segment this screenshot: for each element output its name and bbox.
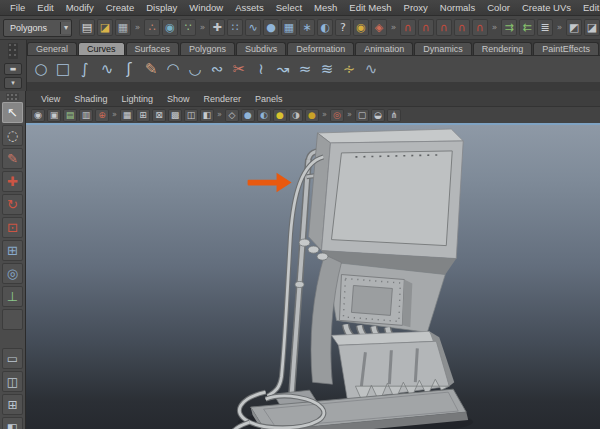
nurbs-square-icon[interactable]: □ — [52, 58, 74, 80]
panel-toolbar-separator[interactable]: » — [346, 109, 353, 122]
select-rendering-mask-icon[interactable]: ◐ — [317, 19, 333, 36]
shelf-tabs-toggle-button[interactable]: ▬ — [4, 63, 22, 75]
shelf-tab-animation[interactable]: Animation — [355, 42, 413, 55]
move-tool[interactable]: ✚ — [2, 171, 23, 192]
menu-item[interactable]: Display — [140, 2, 183, 13]
lock-camera-icon[interactable]: ◉ — [31, 109, 45, 122]
menu-item[interactable]: Create UVs — [516, 2, 577, 13]
construction-history-icon[interactable]: ≣ — [537, 19, 553, 36]
isolate-select-icon[interactable]: ◎ — [330, 109, 344, 122]
shelf-grip[interactable] — [8, 43, 18, 59]
menu-item[interactable]: Proxy — [398, 2, 434, 13]
scale-tool[interactable]: ⊡ — [2, 217, 23, 238]
menu-item[interactable]: Edit UVs — [577, 2, 600, 13]
image-plane-icon[interactable]: ▥ — [79, 109, 93, 122]
menu-item[interactable]: File — [4, 2, 31, 13]
shelf-tab-curves[interactable]: Curves — [78, 42, 125, 55]
attach-curves-icon[interactable]: ∾ — [206, 58, 228, 80]
soft-modification-tool[interactable]: ◎ — [2, 263, 23, 284]
panel-menu-item[interactable]: Show — [160, 94, 197, 104]
bookmarks-icon[interactable]: ▤ — [63, 109, 77, 122]
menu-item[interactable]: Window — [183, 2, 229, 13]
field-chart-icon[interactable]: ▩ — [168, 109, 182, 122]
select-deformations-mask-icon[interactable]: ▦ — [281, 19, 297, 36]
curve-fillet-icon[interactable]: ∻ — [338, 58, 360, 80]
film-gate-icon[interactable]: ▦ — [120, 109, 134, 122]
shelf-tab-deformation[interactable]: Deformation — [287, 42, 354, 55]
panel-menu-item[interactable]: Shading — [67, 94, 114, 104]
four-pane-layout-button[interactable]: ⊞ — [2, 394, 23, 415]
bezier-curve-tool-icon[interactable]: ʃ — [118, 58, 140, 80]
open-scene-icon[interactable]: ◪ — [97, 19, 113, 36]
panel-toolbar-separator[interactable]: » — [321, 109, 328, 122]
extend-curve-icon[interactable]: ↝ — [272, 58, 294, 80]
menu-item[interactable]: Edit Mesh — [343, 2, 397, 13]
camera-attributes-icon[interactable]: ▣ — [47, 109, 61, 122]
select-by-hierarchy-icon[interactable]: ∴ — [144, 19, 160, 36]
ep-curve-tool-icon[interactable]: ∿ — [96, 58, 118, 80]
make-object-live-icon[interactable]: ∩ — [472, 19, 488, 36]
detach-curves-icon[interactable]: ✂ — [228, 58, 250, 80]
resolution-gate-icon[interactable]: ⊞ — [136, 109, 150, 122]
two-point-arc-icon[interactable]: ◡ — [184, 58, 206, 80]
shelf-tab-surfaces[interactable]: Surfaces — [126, 42, 180, 55]
single-pane-layout-button[interactable]: ▭ — [2, 348, 23, 369]
safe-action-icon[interactable]: ◫ — [184, 109, 198, 122]
machine-model[interactable] — [231, 129, 468, 429]
snap-to-points-icon[interactable]: ∩ — [436, 19, 452, 36]
panel-menu-item[interactable]: View — [34, 94, 67, 104]
input-connections-icon[interactable]: ⇉ — [501, 19, 517, 36]
insert-knot-icon[interactable]: ≀ — [250, 58, 272, 80]
menu-item[interactable]: Mesh — [308, 2, 343, 13]
paint-select-tool[interactable]: ✎ — [2, 148, 23, 169]
shelf-tab-rendering[interactable]: Rendering — [473, 42, 533, 55]
viewport-perspective[interactable] — [26, 123, 600, 429]
select-by-component-icon[interactable]: ∵ — [180, 19, 196, 36]
select-tool[interactable]: ↖ — [2, 102, 23, 123]
lasso-select-tool[interactable]: ◌ — [2, 125, 23, 146]
share-view-icon[interactable]: ⋔ — [387, 109, 401, 122]
menu-item[interactable]: Modify — [60, 2, 100, 13]
use-all-lights-icon[interactable]: ● — [273, 109, 287, 122]
menu-set-selector[interactable]: Polygons ▾ — [3, 19, 72, 37]
shelf-tab-polygons[interactable]: Polygons — [180, 42, 235, 55]
shelf-menu-button[interactable]: ▾ — [4, 77, 22, 89]
status-group-separator[interactable]: » — [198, 19, 207, 36]
smooth-shade-icon[interactable]: ● — [241, 109, 255, 122]
snap-to-grids-icon[interactable]: ∩ — [400, 19, 416, 36]
status-group-separator[interactable]: » — [555, 19, 564, 36]
status-group-separator[interactable]: » — [389, 19, 398, 36]
select-by-object-icon[interactable]: ◉ — [162, 19, 178, 36]
snap-to-curves-icon[interactable]: ∩ — [418, 19, 434, 36]
lock-selection-icon[interactable]: ◉ — [353, 19, 369, 36]
rebuild-curve-icon[interactable]: ≋ — [316, 58, 338, 80]
status-group-separator[interactable]: » — [133, 19, 142, 36]
select-curves-mask-icon[interactable]: ∿ — [245, 19, 261, 36]
menu-item[interactable]: Normals — [434, 2, 481, 13]
gate-mask-icon[interactable]: ⊠ — [152, 109, 166, 122]
two-pane-layout-button[interactable]: ◫ — [2, 371, 23, 392]
render-current-frame-icon[interactable]: ◪ — [584, 19, 600, 36]
shelf-tab-general[interactable]: General — [27, 42, 77, 55]
cv-curve-tool-icon[interactable]: ∫ — [74, 58, 96, 80]
panel-menu-item[interactable]: Panels — [248, 94, 290, 104]
xray-icon[interactable]: ▢ — [355, 109, 369, 122]
offset-curve-icon[interactable]: ≈ — [294, 58, 316, 80]
select-miscellaneous-mask-icon[interactable]: ? — [335, 19, 351, 36]
highlight-selection-mode-icon[interactable]: ◈ — [371, 19, 387, 36]
panel-menu-item[interactable]: Renderer — [196, 94, 248, 104]
last-tool-used[interactable] — [2, 309, 23, 330]
rotate-tool[interactable]: ↻ — [2, 194, 23, 215]
2d-pan-zoom-icon[interactable]: ⊕ — [95, 109, 109, 122]
nurbs-circle-icon[interactable]: ○ — [30, 58, 52, 80]
universal-manipulator-tool[interactable]: ⊞ — [2, 240, 23, 261]
status-group-separator[interactable]: » — [490, 19, 499, 36]
panel-toolbar-separator[interactable]: » — [216, 109, 223, 122]
menu-item[interactable]: Select — [270, 2, 308, 13]
select-dynamics-mask-icon[interactable]: ∗ — [299, 19, 315, 36]
menu-item[interactable]: Create — [100, 2, 141, 13]
menu-item[interactable]: Edit — [31, 2, 59, 13]
three-point-arc-icon[interactable]: ◠ — [162, 58, 184, 80]
exposure-icon[interactable]: ◒ — [371, 109, 385, 122]
screen-space-ao-icon[interactable]: ● — [305, 109, 319, 122]
